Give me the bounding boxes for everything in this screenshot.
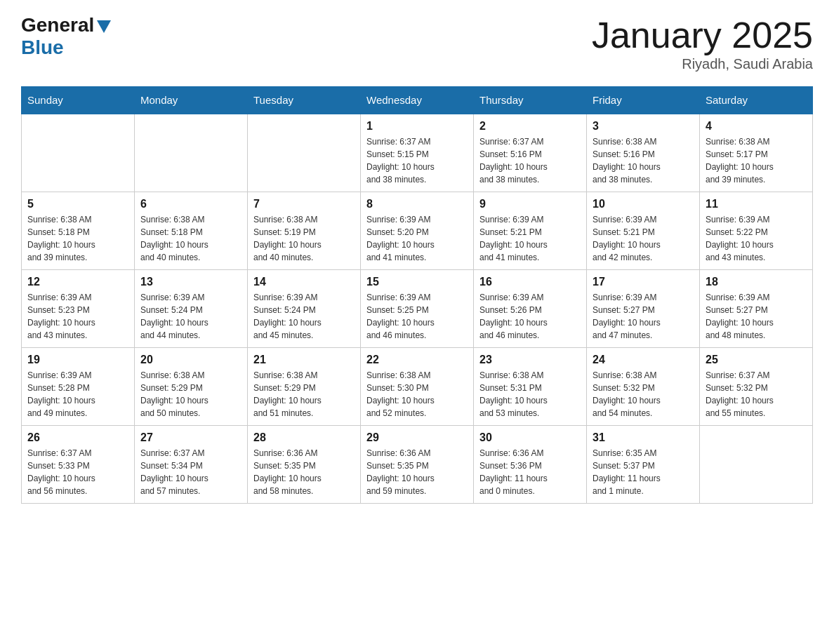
day-cell: 27Sunrise: 6:37 AM Sunset: 5:34 PM Dayli… [135, 426, 248, 504]
day-cell: 25Sunrise: 6:37 AM Sunset: 5:32 PM Dayli… [700, 348, 813, 426]
day-info: Sunrise: 6:38 AM Sunset: 5:29 PM Dayligh… [253, 369, 355, 420]
day-info: Sunrise: 6:39 AM Sunset: 5:26 PM Dayligh… [479, 291, 581, 342]
month-title: January 2025 [592, 14, 813, 56]
day-info: Sunrise: 6:38 AM Sunset: 5:16 PM Dayligh… [593, 135, 694, 186]
day-info: Sunrise: 6:37 AM Sunset: 5:16 PM Dayligh… [479, 135, 581, 186]
day-number: 13 [140, 276, 241, 288]
header-monday: Monday [135, 87, 248, 114]
day-info: Sunrise: 6:37 AM Sunset: 5:33 PM Dayligh… [27, 447, 128, 497]
day-number: 31 [593, 431, 694, 444]
day-info: Sunrise: 6:36 AM Sunset: 5:35 PM Dayligh… [366, 447, 468, 497]
day-number: 12 [27, 276, 128, 288]
day-cell: 13Sunrise: 6:39 AM Sunset: 5:24 PM Dayli… [135, 270, 248, 348]
day-cell: 15Sunrise: 6:39 AM Sunset: 5:25 PM Dayli… [361, 270, 474, 348]
day-number: 26 [27, 431, 128, 444]
day-cell: 23Sunrise: 6:38 AM Sunset: 5:31 PM Dayli… [474, 348, 587, 426]
day-cell: 29Sunrise: 6:36 AM Sunset: 5:35 PM Dayli… [361, 426, 474, 504]
day-cell: 4Sunrise: 6:38 AM Sunset: 5:17 PM Daylig… [700, 114, 813, 192]
day-number: 4 [706, 120, 807, 133]
location: Riyadh, Saudi Arabia [592, 56, 813, 72]
day-info: Sunrise: 6:39 AM Sunset: 5:27 PM Dayligh… [706, 291, 807, 342]
day-number: 16 [479, 276, 581, 288]
day-info: Sunrise: 6:39 AM Sunset: 5:22 PM Dayligh… [706, 213, 807, 264]
day-info: Sunrise: 6:37 AM Sunset: 5:32 PM Dayligh… [706, 369, 807, 420]
day-cell: 20Sunrise: 6:38 AM Sunset: 5:29 PM Dayli… [135, 348, 248, 426]
day-number: 24 [593, 354, 694, 366]
day-number: 17 [593, 276, 694, 288]
day-info: Sunrise: 6:35 AM Sunset: 5:37 PM Dayligh… [593, 447, 694, 497]
day-info: Sunrise: 6:39 AM Sunset: 5:28 PM Dayligh… [27, 369, 128, 420]
day-cell: 2Sunrise: 6:37 AM Sunset: 5:16 PM Daylig… [474, 114, 587, 192]
day-cell: 19Sunrise: 6:39 AM Sunset: 5:28 PM Dayli… [22, 348, 135, 426]
day-number: 15 [366, 276, 468, 288]
day-cell: 30Sunrise: 6:36 AM Sunset: 5:36 PM Dayli… [474, 426, 587, 504]
day-cell: 22Sunrise: 6:38 AM Sunset: 5:30 PM Dayli… [361, 348, 474, 426]
day-info: Sunrise: 6:39 AM Sunset: 5:23 PM Dayligh… [27, 291, 128, 342]
day-info: Sunrise: 6:39 AM Sunset: 5:24 PM Dayligh… [253, 291, 355, 342]
day-info: Sunrise: 6:38 AM Sunset: 5:29 PM Dayligh… [140, 369, 241, 420]
day-info: Sunrise: 6:39 AM Sunset: 5:24 PM Dayligh… [140, 291, 241, 342]
day-info: Sunrise: 6:38 AM Sunset: 5:18 PM Dayligh… [27, 213, 128, 264]
day-number: 5 [27, 198, 128, 210]
day-number: 6 [140, 198, 241, 210]
day-cell: 24Sunrise: 6:38 AM Sunset: 5:32 PM Dayli… [587, 348, 700, 426]
day-number: 14 [253, 276, 355, 288]
day-cell: 11Sunrise: 6:39 AM Sunset: 5:22 PM Dayli… [700, 192, 813, 270]
day-number: 22 [366, 354, 468, 366]
day-info: Sunrise: 6:39 AM Sunset: 5:25 PM Dayligh… [366, 291, 468, 342]
day-cell [248, 114, 361, 192]
day-cell: 31Sunrise: 6:35 AM Sunset: 5:37 PM Dayli… [587, 426, 700, 504]
week-row-5: 26Sunrise: 6:37 AM Sunset: 5:33 PM Dayli… [22, 426, 813, 504]
title-area: January 2025 Riyadh, Saudi Arabia [592, 14, 813, 72]
day-info: Sunrise: 6:39 AM Sunset: 5:21 PM Dayligh… [479, 213, 581, 264]
logo-blue: Blue [21, 36, 64, 59]
day-info: Sunrise: 6:38 AM Sunset: 5:32 PM Dayligh… [593, 369, 694, 420]
day-cell [135, 114, 248, 192]
day-number: 2 [479, 120, 581, 133]
day-info: Sunrise: 6:38 AM Sunset: 5:19 PM Dayligh… [253, 213, 355, 264]
week-row-2: 5Sunrise: 6:38 AM Sunset: 5:18 PM Daylig… [22, 192, 813, 270]
header-sunday: Sunday [22, 87, 135, 114]
logo-general: General [21, 14, 94, 36]
day-number: 8 [366, 198, 468, 210]
day-number: 1 [366, 120, 468, 133]
logo: General Blue [21, 14, 111, 59]
header-wednesday: Wednesday [361, 87, 474, 114]
day-number: 23 [479, 354, 581, 366]
week-row-4: 19Sunrise: 6:39 AM Sunset: 5:28 PM Dayli… [22, 348, 813, 426]
day-cell [22, 114, 135, 192]
day-number: 11 [706, 198, 807, 210]
header-friday: Friday [587, 87, 700, 114]
day-info: Sunrise: 6:39 AM Sunset: 5:21 PM Dayligh… [593, 213, 694, 264]
day-cell: 21Sunrise: 6:38 AM Sunset: 5:29 PM Dayli… [248, 348, 361, 426]
day-number: 29 [366, 431, 468, 444]
day-cell: 14Sunrise: 6:39 AM Sunset: 5:24 PM Dayli… [248, 270, 361, 348]
day-cell: 3Sunrise: 6:38 AM Sunset: 5:16 PM Daylig… [587, 114, 700, 192]
logo-text: General [21, 14, 111, 36]
day-info: Sunrise: 6:38 AM Sunset: 5:30 PM Dayligh… [366, 369, 468, 420]
day-info: Sunrise: 6:37 AM Sunset: 5:34 PM Dayligh… [140, 447, 241, 497]
day-info: Sunrise: 6:37 AM Sunset: 5:15 PM Dayligh… [366, 135, 468, 186]
day-number: 25 [706, 354, 807, 366]
header-tuesday: Tuesday [248, 87, 361, 114]
day-cell: 9Sunrise: 6:39 AM Sunset: 5:21 PM Daylig… [474, 192, 587, 270]
day-number: 19 [27, 354, 128, 366]
page-header: General Blue January 2025 Riyadh, Saudi … [21, 14, 813, 72]
header-saturday: Saturday [700, 87, 813, 114]
day-info: Sunrise: 6:38 AM Sunset: 5:17 PM Dayligh… [706, 135, 807, 186]
day-info: Sunrise: 6:39 AM Sunset: 5:20 PM Dayligh… [366, 213, 468, 264]
day-cell: 7Sunrise: 6:38 AM Sunset: 5:19 PM Daylig… [248, 192, 361, 270]
day-number: 7 [253, 198, 355, 210]
day-cell: 6Sunrise: 6:38 AM Sunset: 5:18 PM Daylig… [135, 192, 248, 270]
week-row-1: 1Sunrise: 6:37 AM Sunset: 5:15 PM Daylig… [22, 114, 813, 192]
day-info: Sunrise: 6:36 AM Sunset: 5:35 PM Dayligh… [253, 447, 355, 497]
day-number: 27 [140, 431, 241, 444]
day-number: 28 [253, 431, 355, 444]
day-cell [700, 426, 813, 504]
day-number: 30 [479, 431, 581, 444]
day-info: Sunrise: 6:38 AM Sunset: 5:18 PM Dayligh… [140, 213, 241, 264]
day-number: 21 [253, 354, 355, 366]
day-number: 9 [479, 198, 581, 210]
day-number: 3 [593, 120, 694, 133]
day-cell: 17Sunrise: 6:39 AM Sunset: 5:27 PM Dayli… [587, 270, 700, 348]
